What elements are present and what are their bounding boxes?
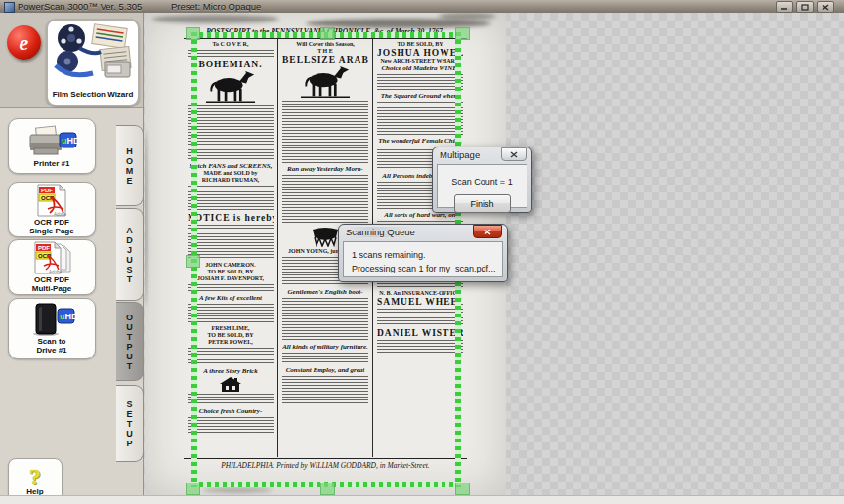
selection-handle[interactable] bbox=[455, 27, 470, 40]
newspaper-headline: Gentlemen's English boot- bbox=[282, 288, 368, 296]
newspaper-body-text bbox=[377, 102, 463, 135]
newspaper-headline: A few Kits of excellent bbox=[188, 294, 274, 302]
pdf-ocr-multi-icon: PDFOCRAdobe bbox=[29, 241, 74, 274]
scanning-queue-title: Scanning Queue bbox=[346, 227, 415, 237]
newspaper-headline: Choice old Madeira WINE, bbox=[377, 64, 463, 72]
newspaper-body-text bbox=[377, 74, 463, 90]
newspaper-headline: FRESH LIME, bbox=[188, 325, 274, 332]
newspaper-body-text bbox=[188, 284, 274, 292]
printer-uhd-icon: uHD bbox=[26, 125, 77, 158]
newspaper-headline: MADE and SOLD by bbox=[188, 170, 274, 177]
newspaper-headline: A three Story Brick bbox=[188, 367, 274, 375]
newspaper-headline: New ARCH-STREET WHARF, bbox=[377, 58, 463, 64]
newspaper-headline: SAMUEL WHEELER, bbox=[377, 297, 463, 307]
scan-preview-area[interactable]: POSTSCRIPT to the PENNSYLVANIA CHRONICLE… bbox=[144, 13, 844, 495]
scanning-queue-dialog: Scanning Queue 1 scans remaining.Process… bbox=[338, 224, 508, 282]
multipage-close-button[interactable] bbox=[501, 147, 527, 161]
tab-label: SETUP bbox=[125, 399, 135, 448]
app-window: PowerScan 3000™ Ver. 5.305 Preset: Micro… bbox=[0, 0, 844, 504]
newspaper-body-text bbox=[282, 353, 368, 364]
newspaper-body-text bbox=[377, 309, 463, 326]
help-question-icon: ? bbox=[29, 466, 41, 487]
film-media-icon bbox=[50, 22, 132, 81]
maximize-button[interactable] bbox=[796, 1, 814, 13]
button-label: Scan toDrive #1 bbox=[36, 337, 66, 355]
brand-logo-icon: e bbox=[7, 25, 41, 60]
printer-1-button[interactable]: uHDPrinter #1 bbox=[8, 118, 96, 174]
tab-label: ADJUST bbox=[125, 226, 135, 284]
newspaper-headline: PETER POWEL, bbox=[188, 339, 274, 346]
sidebar-header: e bbox=[0, 13, 143, 108]
selection-handle[interactable] bbox=[186, 483, 200, 495]
newspaper-headline: BOHEMIAN. bbox=[188, 60, 274, 69]
newspaper-body-text bbox=[282, 298, 368, 341]
svg-text:PDF: PDF bbox=[41, 188, 53, 193]
close-window-button[interactable] bbox=[817, 1, 834, 13]
finish-button[interactable]: Finish bbox=[454, 194, 511, 213]
svg-text:uHD: uHD bbox=[60, 312, 77, 321]
button-label: OCR PDFSingle Page bbox=[29, 218, 73, 235]
newspaper-headline: Ran away Yesterday Morn- bbox=[282, 165, 368, 173]
queue-message-line: Processing scan 1 for my_scan.pdf... bbox=[352, 262, 502, 275]
tab-adjust[interactable]: ADJUST bbox=[116, 208, 144, 301]
selection-handle[interactable] bbox=[320, 483, 335, 495]
wizard-button-label: Film Selection Wizard bbox=[48, 90, 138, 99]
newspaper-headline: JOSHUA HOWELL, bbox=[377, 48, 463, 58]
tab-setup[interactable]: SETUP bbox=[116, 385, 144, 462]
svg-text:Adobe: Adobe bbox=[49, 270, 63, 274]
newspaper-headline: NOTICE is hereby given, bbox=[188, 213, 274, 223]
minimize-button[interactable] bbox=[776, 1, 793, 13]
newspaper-body-text bbox=[282, 175, 368, 224]
newspaper-headline: Choice fresh Country- bbox=[188, 407, 274, 415]
ocr-pdf-multi-page-button[interactable]: PDFOCRAdobeOCR PDFMulti-Page bbox=[8, 239, 96, 295]
newspaper-body-text bbox=[282, 376, 368, 403]
pdf-ocr-single-icon: PDFOCRAdobe bbox=[32, 184, 71, 217]
newspaper-headline: The Squared Ground where bbox=[377, 92, 463, 100]
newspaper-headline: N. B. An INSURANCE-OFFICE bbox=[377, 290, 463, 297]
newspaper-headline: DANIEL WISTER, bbox=[377, 328, 463, 338]
tab-home[interactable]: HOME bbox=[116, 125, 144, 206]
scanning-queue-messages: 1 scans remaining.Processing scan 1 for … bbox=[344, 242, 502, 275]
scan-count-text: Scan Count = 1 bbox=[438, 177, 527, 187]
film-selection-wizard-button[interactable]: Film Selection Wizard bbox=[46, 19, 140, 106]
newspaper-headline: JOHN CAMERON. bbox=[188, 262, 274, 269]
newspaper-body-text bbox=[188, 394, 274, 405]
tab-output[interactable]: OUTPUT bbox=[116, 302, 144, 381]
svg-text:Adobe: Adobe bbox=[54, 212, 67, 217]
newspaper-body-text bbox=[188, 348, 274, 365]
ocr-pdf-single-page-button[interactable]: PDFOCRAdobeOCR PDFSingle Page bbox=[8, 182, 96, 237]
newspaper-body-text bbox=[188, 186, 274, 211]
horse-woodcut bbox=[188, 70, 274, 104]
sidebar: e bbox=[0, 13, 144, 495]
scanning-queue-body: 1 scans remaining.Processing scan 1 for … bbox=[343, 241, 503, 277]
newspaper-column: To C O V E R,BOHEMIAN.Dutch FANS and SCR… bbox=[184, 39, 277, 457]
house-woodcut bbox=[188, 376, 274, 392]
button-label: OCR PDFMulti-Page bbox=[32, 275, 71, 293]
selection-handle[interactable] bbox=[186, 27, 200, 40]
newspaper-headline: To C O V E R, bbox=[188, 41, 274, 48]
app-icon bbox=[4, 2, 15, 13]
window-bottom-edge bbox=[0, 495, 844, 504]
newspaper-headline: Will Cover this Season, bbox=[282, 41, 368, 48]
newspaper-headline: TO BE SOLD, BY bbox=[188, 332, 274, 339]
newspaper-body-text bbox=[188, 417, 274, 433]
newspaper-headline: T H E bbox=[282, 48, 368, 55]
newspaper-headline: TO BE SOLD, BY bbox=[188, 269, 274, 275]
newspaper-headline: All kinds of military furniture. bbox=[282, 343, 368, 351]
queue-message-line: 1 scans remaining. bbox=[352, 248, 502, 262]
newspaper-headline: JOSIAH F. DAVENPORT, bbox=[188, 275, 274, 282]
newspaper-headline: RICHARD TRUMAN, bbox=[188, 177, 274, 184]
newspaper-headline: Dutch FANS and SCREENS, bbox=[188, 162, 274, 170]
multipage-title: Multipage bbox=[440, 149, 480, 160]
window-title: PowerScan 3000™ Ver. 5.305 bbox=[18, 1, 142, 12]
scanning-queue-close-button[interactable] bbox=[473, 225, 502, 238]
scan-to-drive-1-button[interactable]: uHDScan toDrive #1 bbox=[8, 298, 96, 359]
newspaper-headline: BELLSIZE ARABIAN. bbox=[282, 55, 368, 64]
selection-handle[interactable] bbox=[320, 27, 335, 40]
horse-woodcut bbox=[282, 65, 368, 99]
newspaper-headline: Constant Employ, and great bbox=[282, 366, 368, 374]
selection-handle[interactable] bbox=[455, 483, 470, 495]
drive-uhd-icon: uHD bbox=[26, 303, 77, 336]
svg-text:uHD: uHD bbox=[62, 136, 77, 146]
selection-handle[interactable] bbox=[186, 255, 200, 268]
